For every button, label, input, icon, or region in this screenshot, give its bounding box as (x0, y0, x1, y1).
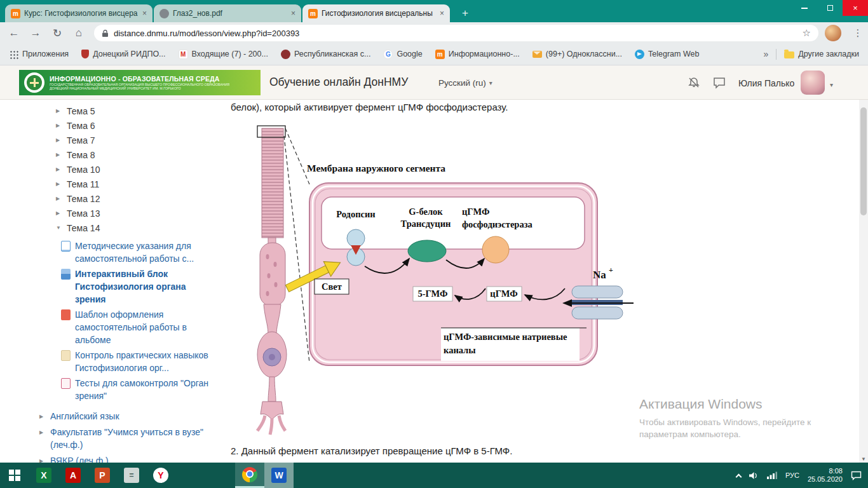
sidebar-topic-8[interactable]: ▶Тема 8 (0, 147, 224, 162)
tab-close-icon[interactable]: × (440, 9, 444, 18)
folder-icon (61, 350, 71, 361)
collapsed-arrow-icon: ▶ (39, 430, 46, 451)
system-tray: РУС 8:08 25.05.2020 (736, 463, 868, 488)
messages-icon[interactable] (713, 76, 726, 92)
sidebar-topic-6[interactable]: ▶Тема 6 (0, 118, 224, 133)
page-scrollbar[interactable]: ▼ (859, 100, 868, 463)
sidebar-course-vyakr[interactable]: ▶ВЯКР (леч.ф.) (0, 454, 224, 463)
moodle-icon: m (435, 50, 445, 59)
telegram-icon (635, 50, 644, 59)
quiz-icon (61, 378, 71, 389)
address-bar[interactable]: distance.dnmu.ru/mod/lesson/view.php?id=… (94, 25, 818, 41)
expanded-arrow-icon: ▼ (56, 225, 62, 231)
home-icon[interactable]: ⌂ (70, 24, 88, 42)
sidebar-course-fakultativ[interactable]: ▶Факультатив "Учимся учиться в вузе"(леч… (0, 426, 224, 451)
sidebar-topic-5[interactable]: ▶Тема 5 (0, 104, 224, 118)
assignment-icon (61, 309, 71, 320)
yandex-browser-icon: Y (153, 468, 168, 483)
resource-interactive-block-current[interactable]: Интерактивный блок Гистофизиология орган… (61, 268, 224, 306)
folder-icon (784, 51, 794, 58)
minimize-button[interactable] (792, 0, 817, 16)
reload-icon[interactable]: ↻ (48, 24, 66, 42)
bookmark-apps[interactable]: Приложения (9, 50, 69, 59)
sidebar-topic-14[interactable]: ▼Тема 14 (0, 220, 224, 235)
user-avatar[interactable] (801, 71, 825, 95)
resource-shablon[interactable]: Шаблон оформления самостоятельной работы… (61, 308, 224, 346)
user-name[interactable]: Юлия Палько (738, 78, 794, 88)
user-menu-chevron-icon[interactable]: ▾ (830, 81, 833, 88)
bookmark-google[interactable]: GGoogle (383, 50, 422, 59)
sidebar-course-english[interactable]: ▶Английский язык (0, 410, 224, 423)
taskbar-calculator[interactable]: = (117, 463, 146, 488)
taskbar-excel[interactable]: X (29, 463, 58, 488)
tab-close-icon[interactable]: × (142, 9, 147, 18)
gprotein-label-1: G-белок (409, 207, 443, 217)
clock[interactable]: 8:08 25.05.2020 (808, 467, 843, 484)
tab-title: Гистофизиология висцеральны (322, 9, 436, 18)
screen: m Курс: Гистофизиология висцера × Глаз2_… (0, 0, 868, 488)
resource-metodicheskie[interactable]: Методические указания для самостоятельно… (61, 240, 224, 265)
transducin-shape (408, 240, 446, 262)
volume-icon[interactable] (749, 471, 759, 480)
site-logo[interactable]: ИНФОРМАЦИОННО - ОБРАЗОВАТЕЛЬНАЯ СРЕДА ГО… (19, 70, 261, 95)
sidebar-topic-10[interactable]: ▶Тема 10 (0, 162, 224, 177)
other-bookmarks-button[interactable]: Другие закладки (784, 50, 859, 58)
collapsed-arrow-icon: ▶ (56, 137, 62, 143)
taskbar-word-active[interactable]: W (264, 463, 294, 488)
sidebar-topic-7[interactable]: ▶Тема 7 (0, 133, 224, 147)
taskbar-yandex[interactable]: Y (146, 463, 175, 488)
tab-title: Курс: Гистофизиология висцера (24, 9, 139, 18)
bookmark-ridpo[interactable]: Донецкий РИДПО... (81, 50, 165, 58)
lesson-text-top: белок), который активирует фермент цГМФ … (231, 102, 508, 112)
pde-label-2: фосфодиэстераза (462, 219, 532, 229)
taskbar-powerpoint[interactable]: P (88, 463, 117, 488)
bookmarks-overflow-icon[interactable]: » (763, 49, 768, 59)
sidebar-topic-12[interactable]: ▶Тема 12 (0, 191, 224, 206)
bookmark-moodle[interactable]: mИнформационно-... (435, 50, 520, 59)
shield-icon (81, 50, 89, 58)
excel-icon: X (36, 468, 51, 483)
taskbar-acrobat[interactable]: A (58, 463, 88, 488)
rod-outer-segment (262, 128, 283, 238)
browser-toolbar: ← → ↻ ⌂ distance.dnmu.ru/mod/lesson/view… (0, 22, 868, 43)
gmp5-label: 5-ГМФ (417, 288, 447, 299)
membrane-label: Мембрана наружного сегмента (307, 163, 445, 173)
bookmark-gmail[interactable]: MВходящие (7) - 200... (179, 50, 268, 59)
resource-kontrol[interactable]: Контроль практических навыков Гистофизио… (61, 349, 224, 374)
taskbar-chrome-active[interactable] (235, 463, 264, 488)
rhodopsin-label: Родопсин (336, 209, 375, 219)
tray-expand-icon[interactable] (735, 473, 742, 480)
sidebar-topic-11[interactable]: ▶Тема 11 (0, 177, 224, 191)
keyboard-language[interactable]: РУС (785, 471, 799, 479)
notifications-bell-icon[interactable] (688, 76, 700, 92)
powerpoint-icon: P (95, 468, 110, 483)
close-window-button[interactable]: × (843, 0, 868, 16)
tab-pdf[interactable]: Глаз2_нов.pdf × (154, 4, 301, 22)
bookmark-odnoklassniki[interactable]: (99+) Одноклассни... (532, 50, 622, 58)
tab-close-icon[interactable]: × (291, 9, 295, 18)
maximize-button[interactable] (817, 0, 843, 16)
window-controls: × (792, 0, 868, 16)
network-icon[interactable] (767, 471, 777, 479)
language-selector[interactable]: Русский (ru) ▾ (438, 78, 492, 88)
collapsed-arrow-icon: ▶ (56, 196, 62, 201)
lock-icon (102, 29, 109, 37)
action-center-icon[interactable] (851, 471, 862, 480)
bookmark-respublikanskaya[interactable]: Республиканская с... (281, 50, 370, 59)
new-tab-button[interactable]: + (458, 6, 473, 21)
browser-menu-icon[interactable]: ⋮ (850, 25, 865, 41)
url-text: distance.dnmu.ru/mod/lesson/view.php?id=… (114, 29, 797, 38)
start-button[interactable] (0, 463, 29, 488)
profile-avatar[interactable] (825, 25, 841, 41)
bookmark-star-icon[interactable]: ☆ (803, 27, 811, 39)
scrollbar-thumb[interactable] (860, 107, 867, 215)
scroll-down-arrow-icon[interactable]: ▼ (859, 456, 868, 462)
gmail-icon: M (179, 50, 188, 59)
back-icon[interactable]: ← (5, 24, 23, 42)
tab-course[interactable]: m Курс: Гистофизиология висцера × (5, 4, 153, 22)
sidebar-topic-13[interactable]: ▶Тема 13 (0, 206, 224, 220)
bookmark-telegram[interactable]: Telegram Web (635, 50, 699, 59)
forward-icon[interactable]: → (27, 24, 44, 42)
tab-lesson-active[interactable]: m Гистофизиология висцеральны × (302, 4, 450, 22)
resource-testy[interactable]: Тесты для самоконтроля "Орган зрения" (61, 377, 224, 402)
